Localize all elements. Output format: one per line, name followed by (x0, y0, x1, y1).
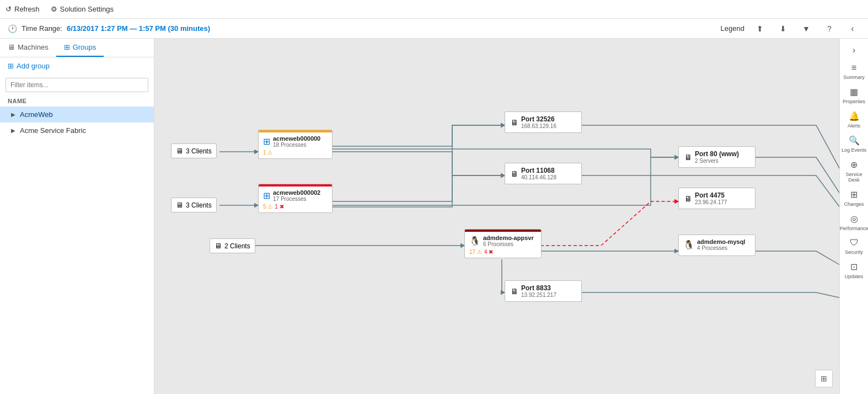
port-icon: 🖥 (684, 194, 692, 203)
refresh-icon: ↺ (6, 5, 12, 13)
badge-warning: 17 ⚠ (469, 249, 482, 255)
expand-arrow-icon: ▶ (11, 127, 15, 134)
client-node-1[interactable]: 🖥 3 Clients (171, 143, 217, 158)
connections-svg (154, 39, 839, 394)
server-title: admdemo-appsvr (483, 235, 534, 241)
security-icon: 🛡 (850, 238, 859, 248)
filter-input[interactable] (6, 78, 148, 92)
sidebar-item-performance[interactable]: ◎ Performance (840, 210, 869, 233)
machines-icon: 🖥 (8, 43, 15, 51)
service-desk-icon: ⊕ (850, 159, 858, 170)
sidebar-item-updates[interactable]: ⊡ Updates (840, 258, 869, 281)
expand-arrow-icon: ▶ (11, 111, 15, 118)
time-bar: 🕐 Time Range: 6/13/2017 1:27 PM — 1:57 P… (0, 19, 868, 39)
refresh-button[interactable]: ↺ Refresh (6, 5, 40, 13)
client-icon: 🖥 (215, 242, 222, 250)
client-icon: 🖥 (176, 147, 183, 155)
tabs-row: 🖥 Machines ⊞ Groups (0, 39, 154, 57)
port-node-11068[interactable]: 🖥 Port 11068 40.114.46.128 (505, 163, 582, 184)
port-node-32526[interactable]: 🖥 Port 32526 168.63.129.16 (505, 111, 582, 133)
settings-icon: ⚙ (51, 5, 57, 13)
main-layout: 🖥 Machines ⊞ Groups ⊞ Add group NAME ▶ A… (0, 39, 868, 394)
performance-icon: ◎ (850, 214, 858, 224)
port-icon: 🖥 (511, 118, 518, 127)
client-node-3[interactable]: 🖥 2 Clients (210, 238, 255, 253)
sidebar-item-security[interactable]: 🛡 Security (840, 235, 869, 257)
time-range-label: Time Range: (22, 24, 62, 33)
tab-machines[interactable]: 🖥 Machines (0, 39, 56, 57)
port-node-80[interactable]: 🖥 Port 80 (www) 2 Servers (678, 146, 756, 168)
badge-warning: 5 ⚠ (263, 204, 272, 210)
map-area[interactable]: 🖥 3 Clients 🖥 3 Clients 🖥 2 Clients ⊞ ac… (154, 39, 839, 394)
close-panel-icon[interactable]: ‹ (845, 21, 860, 36)
groups-icon: ⊞ (64, 43, 70, 51)
sidebar-item-acme-service-fabric[interactable]: ▶ Acme Service Fabric (0, 123, 154, 139)
client-label: 3 Clients (186, 147, 212, 155)
sidebar-item-log-events[interactable]: 🔍 Log Events (840, 132, 869, 155)
sidebar-item-properties[interactable]: ▦ Properties (840, 83, 869, 107)
client-label: 3 Clients (186, 201, 212, 209)
server-node-admdemo-appsvr[interactable]: 🐧 admdemo-appsvr 6 Processes 17 ⚠ 4 ✖ (464, 229, 542, 258)
collapse-icon: › (853, 45, 855, 55)
add-group-button[interactable]: ⊞ Add group (0, 57, 154, 74)
legend-button[interactable]: Legend (721, 24, 744, 33)
alerts-icon: 🔔 (849, 111, 860, 121)
client-icon: 🖥 (176, 201, 183, 209)
solution-settings-button[interactable]: ⚙ Solution Settings (51, 5, 114, 13)
collapse-up-icon[interactable]: ⬆ (752, 21, 768, 36)
tab-groups[interactable]: ⊞ Groups (56, 39, 104, 57)
badge-error: 4 ✖ (484, 249, 493, 255)
updates-icon: ⊡ (850, 262, 858, 272)
windows-icon: ⊞ (263, 190, 270, 201)
summary-icon: ≡ (851, 63, 856, 73)
server-title: acmeweb000000 (273, 135, 320, 142)
port-icon: 🖥 (511, 169, 518, 178)
port-node-8833[interactable]: 🖥 Port 8833 13.92.251.217 (505, 280, 582, 302)
clock-icon: 🕐 (8, 24, 17, 33)
sidebar-item-summary[interactable]: ≡ Summary (840, 60, 869, 82)
right-sidebar: › ≡ Summary ▦ Properties 🔔 Alerts 🔍 Log … (839, 39, 868, 394)
add-group-icon: ⊞ (8, 62, 14, 70)
collapse-down-icon[interactable]: ⬇ (775, 21, 791, 36)
server-node-admdemo-mysql[interactable]: 🐧 admdemo-mysql 4 Processes (678, 235, 756, 256)
server-node-acmeweb000000[interactable]: ⊞ acmeweb000000 18 Processes 1 ⚠ (258, 130, 333, 159)
server-title: acmeweb000002 (273, 189, 320, 196)
badge-warning: 1 ⚠ (263, 150, 272, 156)
log-events-icon: 🔍 (849, 135, 860, 146)
server-node-acmeweb000002[interactable]: ⊞ acmeweb000002 17 Processes 5 ⚠ 1 ✖ (258, 184, 333, 213)
sidebar-item-acmeweb[interactable]: ▶ AcmeWeb (0, 107, 154, 123)
client-label: 2 Clients (224, 242, 250, 250)
windows-icon: ⊞ (263, 136, 270, 147)
sidebar-item-changes[interactable]: ⊞ Changes (840, 186, 869, 209)
server-title: admdemo-mysql (697, 238, 745, 245)
properties-icon: ▦ (850, 87, 858, 97)
linux-icon: 🐧 (469, 236, 480, 246)
help-icon[interactable]: ? (822, 21, 837, 36)
sidebar-item-alerts[interactable]: 🔔 Alerts (840, 108, 869, 131)
port-icon: 🖥 (684, 153, 692, 162)
fit-view-button[interactable]: ⊞ (815, 370, 833, 387)
client-node-2[interactable]: 🖥 3 Clients (171, 198, 217, 212)
list-header: NAME (0, 95, 154, 107)
sidebar-item-service-desk[interactable]: ⊕ Service Desk (840, 156, 869, 185)
port-icon: 🖥 (511, 287, 518, 296)
left-sidebar: 🖥 Machines ⊞ Groups ⊞ Add group NAME ▶ A… (0, 39, 154, 394)
badge-error: 1 ✖ (275, 204, 283, 210)
port-node-4475[interactable]: 🖥 Port 4475 23.96.24.177 (678, 188, 756, 209)
top-toolbar: ↺ Refresh ⚙ Solution Settings (0, 0, 868, 19)
linux-icon: 🐧 (683, 239, 694, 250)
filter-icon[interactable]: ▼ (799, 21, 814, 36)
changes-icon: ⊞ (850, 189, 858, 200)
sidebar-collapse-button[interactable]: › (843, 41, 865, 58)
time-range-value: 6/13/2017 1:27 PM — 1:57 PM (30 minutes) (67, 24, 210, 33)
